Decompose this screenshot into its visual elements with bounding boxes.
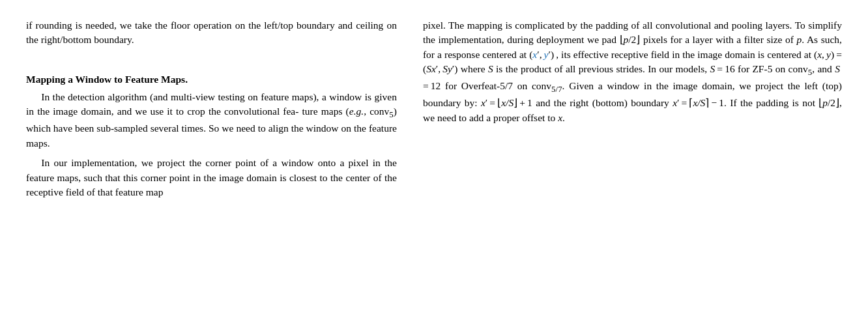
left-para-2: In our implementation, we project the co… bbox=[26, 156, 397, 199]
intro-paragraph: if rounding is needed, we take the floor… bbox=[26, 18, 397, 48]
left-para-1: In the detection algorithm (and multi-vi… bbox=[26, 90, 397, 151]
left-column: if rounding is needed, we take the floor… bbox=[26, 18, 418, 315]
right-para-1: pixel. The mapping is complicated by the… bbox=[423, 18, 842, 125]
page-container: if rounding is needed, we take the floor… bbox=[0, 0, 868, 333]
right-column: pixel. The mapping is complicated by the… bbox=[418, 18, 842, 315]
where-word: where bbox=[461, 63, 485, 74]
section-heading: Mapping a Window to Feature Maps. bbox=[26, 72, 397, 87]
